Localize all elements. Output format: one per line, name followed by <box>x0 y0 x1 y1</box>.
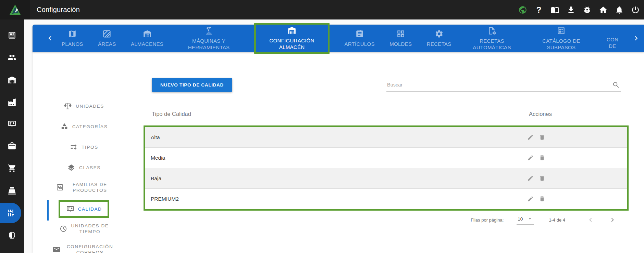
warehouse-icon <box>8 76 16 84</box>
scale-icon <box>64 102 72 110</box>
list-icon <box>557 26 566 35</box>
globe-icon[interactable] <box>518 5 527 14</box>
subnav-item-clases[interactable]: CLASES <box>33 159 135 176</box>
sidebar-item-newspaper[interactable] <box>0 30 24 40</box>
briefcase-icon <box>8 142 16 150</box>
topbar-actions: ? <box>518 0 640 19</box>
delete-button[interactable] <box>539 155 545 161</box>
document-gear-icon <box>487 26 496 35</box>
tab-moldes[interactable]: MOLDES <box>389 29 412 47</box>
sidebar-item-users[interactable] <box>0 53 24 62</box>
trash-icon <box>539 175 545 182</box>
edit-button[interactable] <box>527 175 534 182</box>
sidebar-item-certificate[interactable] <box>0 119 24 129</box>
quality-types-panel: NUEVO TIPO DE CALIDAD Tipo de Calidad Ac… <box>146 52 632 253</box>
app-logo[interactable] <box>0 0 30 19</box>
tab-catalogo-de-subpasos[interactable]: CATÁLOGO DE SUBPASOS <box>532 26 590 51</box>
column-header-acciones: Acciones <box>529 111 552 117</box>
tab-recetas-automaticas[interactable]: RECETAS AUTOMÁTICAS <box>466 26 518 51</box>
help-icon[interactable]: ? <box>534 5 543 14</box>
main-sidebar <box>0 19 24 253</box>
search-input[interactable] <box>386 76 621 92</box>
tabs-scroll-left-button[interactable] <box>46 25 54 52</box>
new-quality-type-button[interactable]: NUEVO TIPO DE CALIDAD <box>152 78 232 92</box>
search-icon[interactable] <box>612 81 620 89</box>
tab-configuracion-almacen[interactable]: CONFIGURACIÓN ALMACÉN <box>254 23 330 54</box>
warehouse-icon <box>287 26 296 35</box>
dropdown-arrow-icon <box>527 216 533 222</box>
subnav-item-categorias[interactable]: CATEGORÍAS <box>33 118 135 135</box>
row-actions <box>527 148 545 168</box>
tab-truncated[interactable]: CON DE <box>605 27 620 49</box>
tab-planos[interactable]: PLANOS <box>62 29 83 47</box>
pagination: Filas por página: 10 1-4 de 4 <box>471 213 617 227</box>
delete-button[interactable] <box>539 196 545 202</box>
pencil-icon <box>527 196 534 202</box>
subnav-item-unidades[interactable]: UNIDADES <box>33 97 135 115</box>
settings-subnav: UNIDADES CATEGORÍAS TIPOS CLASES FAMILIA… <box>33 52 135 253</box>
content-card: PLANOS ÁREAS ALMACENES MÁQUINAS Y HERRAM… <box>33 25 644 253</box>
grid-icon <box>396 29 405 38</box>
collections-icon <box>56 183 64 191</box>
chevron-left-icon <box>46 34 54 43</box>
previous-page-button[interactable] <box>586 216 595 224</box>
table-row: Baja <box>145 168 627 188</box>
pencil-icon <box>527 134 534 141</box>
layers-icon <box>67 163 75 172</box>
certificate-icon <box>66 205 74 213</box>
clock-icon <box>59 225 67 233</box>
annotation-box-table: Alta Media Baja <box>144 125 629 211</box>
logo-triangle-icon <box>9 3 22 16</box>
search-field <box>386 76 621 92</box>
power-icon[interactable] <box>631 5 640 14</box>
next-page-button[interactable] <box>608 216 617 224</box>
table-row: Media <box>145 147 627 168</box>
tabs-strip: PLANOS ÁREAS ALMACENES MÁQUINAS Y HERRAM… <box>62 25 620 52</box>
edit-button[interactable] <box>527 134 534 141</box>
edit-button[interactable] <box>527 155 534 161</box>
subnav-item-configuracion-correos[interactable]: CONFIGURACIÓN CORREOS <box>33 241 135 253</box>
subnav-item-tipos[interactable]: TIPOS <box>33 138 135 156</box>
tab-areas[interactable]: ÁREAS <box>98 29 116 47</box>
tab-maquinas-y-herramientas[interactable]: MÁQUINAS Y HERRAMIENTAS <box>178 26 239 51</box>
pencil-icon <box>527 155 534 161</box>
home-icon[interactable] <box>599 5 608 14</box>
subnav-item-familias-de-productos[interactable]: FAMILIAS DE PRODUCTOS <box>33 178 135 196</box>
cart-icon <box>8 164 16 173</box>
sidebar-item-warehouse[interactable] <box>0 75 24 85</box>
texture-icon <box>102 29 111 38</box>
delete-button[interactable] <box>539 134 545 141</box>
manual-book-icon[interactable] <box>550 5 559 14</box>
download-icon[interactable] <box>567 5 575 14</box>
sort-icon <box>70 143 78 151</box>
module-tabbar: PLANOS ÁREAS ALMACENES MÁQUINAS Y HERRAM… <box>33 25 644 52</box>
column-header-tipo-de-calidad: Tipo de Calidad <box>152 111 191 117</box>
sidebar-item-factory[interactable] <box>0 97 24 107</box>
bug-report-icon[interactable] <box>583 5 592 14</box>
sidebar-item-cart[interactable] <box>0 163 24 173</box>
delete-button[interactable] <box>539 175 545 182</box>
trash-icon <box>539 155 545 161</box>
tab-articulos[interactable]: ARTÍCULOS <box>344 29 374 47</box>
sidebar-item-cash-register[interactable] <box>0 186 24 196</box>
trash-icon <box>539 134 545 141</box>
annotation-box-calidad: CALIDAD <box>59 200 110 218</box>
edit-button[interactable] <box>527 196 534 202</box>
sidebar-item-security[interactable] <box>0 231 24 240</box>
notifications-icon[interactable] <box>615 5 624 14</box>
subnav-item-unidades-de-tiempo[interactable]: UNIDADES DE TIEMPO <box>33 220 135 238</box>
shapes-icon <box>60 122 69 131</box>
newspaper-icon <box>8 31 16 40</box>
chevron-left-icon <box>586 216 595 224</box>
rows-per-page-select[interactable]: 10 <box>517 215 534 225</box>
tab-almacenes[interactable]: ALMACENES <box>131 29 163 47</box>
sidebar-item-briefcase[interactable] <box>0 141 24 151</box>
row-actions <box>527 168 545 188</box>
table-row: PREMIUM2 <box>145 188 627 209</box>
tabs-scroll-right-button[interactable] <box>632 25 641 52</box>
tab-recetas[interactable]: RECETAS <box>427 29 451 47</box>
sidebar-item-configuration-active[interactable] <box>0 203 21 223</box>
chevron-right-icon <box>608 216 617 224</box>
pagination-range: 1-4 de 4 <box>549 217 565 223</box>
active-item-indicator <box>47 200 49 221</box>
